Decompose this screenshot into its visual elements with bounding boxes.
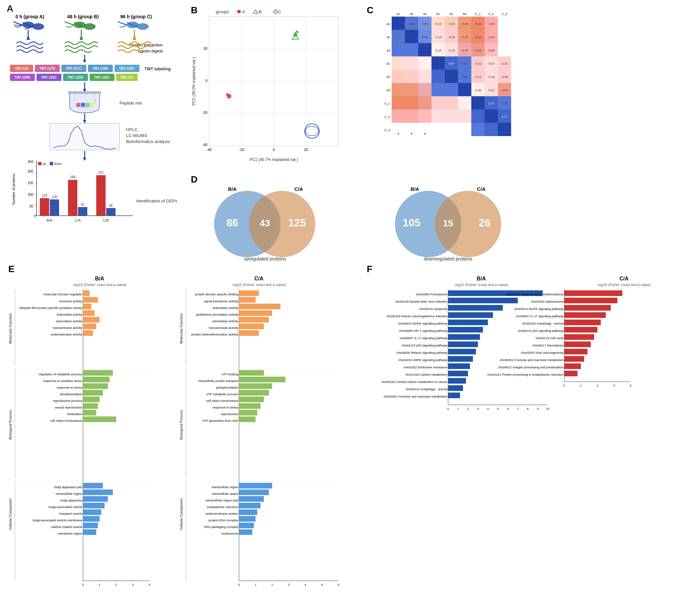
- svg-text:♠: ♠: [398, 132, 399, 135]
- svg-text:1: 1: [255, 583, 256, 586]
- svg-text:C/A: C/A: [295, 186, 303, 192]
- svg-text:a2: a2: [387, 35, 390, 39]
- svg-text:reproduction: reproduction: [221, 412, 238, 416]
- svg-text:chx04612 Antigen processing an: chx04612 Antigen processing and presenta…: [498, 365, 564, 369]
- svg-text:peroxidase activity: peroxidase activity: [56, 319, 82, 323]
- svg-rect-336: [239, 290, 259, 296]
- svg-rect-465: [564, 349, 587, 355]
- svg-rect-357: [239, 390, 269, 396]
- svg-rect-453: [564, 305, 611, 311]
- svg-rect-376: [239, 509, 257, 515]
- svg-rect-233: [484, 123, 498, 136]
- svg-text:C: C: [278, 9, 281, 14]
- svg-text:F: F: [367, 264, 372, 274]
- svg-rect-204: [458, 83, 471, 96]
- svg-text:C/A: C/A: [254, 276, 263, 281]
- svg-text:chx04141 Protein processing in: chx04141 Protein processing in endoplasm…: [487, 373, 564, 376]
- svg-text:antioxidant activity: antioxidant activity: [56, 313, 82, 316]
- svg-rect-203: [445, 83, 458, 96]
- svg-text:hormone activity: hormone activity: [59, 299, 82, 303]
- svg-text:chx05163 Human cytomegalovirus: chx05163 Human cytomegalovirus infection: [386, 314, 447, 318]
- svg-text:-0.46: -0.46: [488, 49, 495, 52]
- svg-text:0: 0: [205, 79, 207, 83]
- svg-point-5: [137, 23, 149, 30]
- svg-text:100: 100: [28, 193, 33, 196]
- svg-text:extracellular region: extracellular region: [212, 485, 238, 489]
- svg-text:protein heterodimerization act: protein heterodimerization activity: [191, 333, 238, 336]
- svg-rect-380: [239, 523, 254, 528]
- svg-text:extracellular region: extracellular region: [56, 492, 82, 495]
- svg-text:-20: -20: [239, 148, 244, 152]
- svg-text:groups: groups: [216, 9, 229, 14]
- svg-text:1: 1: [99, 583, 100, 586]
- svg-rect-300: [83, 403, 98, 409]
- panel-c: C a1 a2 a3 b1 b2 b3 C_1 C_2 C_3: [365, 3, 531, 169]
- svg-text:B: B: [191, 5, 197, 15]
- svg-text:0: 0: [447, 407, 449, 410]
- svg-text:0.84: 0.84: [409, 22, 415, 26]
- svg-text:20: 20: [203, 47, 207, 51]
- svg-text:0.85: 0.85: [422, 35, 428, 39]
- svg-text:response to stress: response to stress: [56, 386, 82, 389]
- svg-rect-201: [418, 83, 431, 96]
- svg-text:-40: -40: [202, 143, 207, 147]
- svg-text:C/B: C/B: [103, 218, 109, 222]
- svg-text:2: 2: [596, 384, 598, 387]
- svg-rect-430: [448, 363, 470, 369]
- svg-text:chx04657 IL-17 signaling pathw: chx04657 IL-17 signaling pathway: [400, 336, 447, 340]
- svg-rect-355: [239, 383, 272, 389]
- svg-text:3: 3: [288, 583, 289, 586]
- svg-rect-223: [405, 110, 418, 123]
- svg-text:2: 2: [271, 583, 273, 586]
- svg-rect-434: [448, 378, 466, 384]
- svg-text:4: 4: [629, 384, 631, 387]
- svg-text:response to oxidative stress: response to oxidative stress: [43, 379, 82, 382]
- svg-text:up: up: [43, 162, 47, 166]
- svg-text:ATP metabolic process: ATP metabolic process: [206, 392, 238, 396]
- svg-text:B/A: B/A: [228, 186, 237, 192]
- svg-text:-0.57: -0.57: [488, 62, 495, 65]
- panel-e-svg: E B/A -log10 (Fisher' exact test p-value…: [7, 262, 355, 591]
- svg-text:-log10 (Fisher' exact test p-v: -log10 (Fisher' exact test p-value): [454, 283, 508, 287]
- svg-rect-190: [445, 70, 458, 83]
- svg-rect-292: [83, 377, 110, 382]
- svg-text:TMT-128C: TMT-128C: [119, 67, 134, 70]
- svg-rect-302: [83, 410, 96, 416]
- svg-rect-222: [392, 110, 405, 123]
- svg-marker-82: [253, 10, 258, 13]
- svg-text:a3: a3: [387, 49, 390, 52]
- svg-text:-log10 (Fisher' exact test p-v: -log10 (Fisher' exact test p-value): [597, 283, 651, 287]
- svg-rect-424: [448, 341, 478, 347]
- svg-rect-469: [564, 363, 581, 369]
- svg-text:C_3: C_3: [384, 129, 390, 132]
- svg-rect-346: [239, 323, 264, 329]
- svg-rect-363: [239, 410, 257, 416]
- svg-text:3: 3: [613, 384, 615, 387]
- svg-text:chx04010 MAPK signaling pathwa: chx04010 MAPK signaling pathway: [514, 307, 564, 311]
- svg-text:transaminase activity: transaminase activity: [209, 326, 238, 330]
- svg-rect-281: [83, 317, 100, 322]
- svg-text:DNA packaging complex: DNA packaging complex: [204, 525, 239, 529]
- svg-text:protein-DNA complex: protein-DNA complex: [208, 518, 238, 522]
- svg-rect-290: [83, 370, 113, 376]
- svg-text:-0.36: -0.36: [475, 89, 482, 92]
- svg-rect-273: [83, 290, 90, 296]
- svg-text:5: 5: [497, 407, 499, 410]
- svg-text:b1: b1: [387, 62, 390, 65]
- svg-text:clathrin-coated vesicle: clathrin-coated vesicle: [51, 525, 82, 529]
- svg-rect-311: [83, 489, 113, 495]
- svg-rect-315: [83, 503, 105, 508]
- svg-rect-232: [471, 123, 484, 136]
- svg-text:ATP binding: ATP binding: [221, 372, 238, 376]
- svg-text:-0.15: -0.15: [435, 49, 442, 52]
- svg-text:cell redox homeostasis: cell redox homeostasis: [206, 399, 238, 402]
- svg-text:C/A: C/A: [619, 276, 628, 281]
- svg-text:Molecular Function: Molecular Function: [179, 313, 183, 344]
- svg-rect-202: [431, 83, 445, 96]
- svg-text:0: 0: [273, 148, 275, 152]
- svg-text:chx00051 Fructose and mannose : chx00051 Fructose and mannose metabolism: [500, 358, 564, 362]
- svg-marker-10: [83, 60, 86, 63]
- svg-rect-175: [431, 56, 445, 70]
- svg-rect-359: [239, 397, 264, 402]
- svg-marker-40: [83, 120, 86, 123]
